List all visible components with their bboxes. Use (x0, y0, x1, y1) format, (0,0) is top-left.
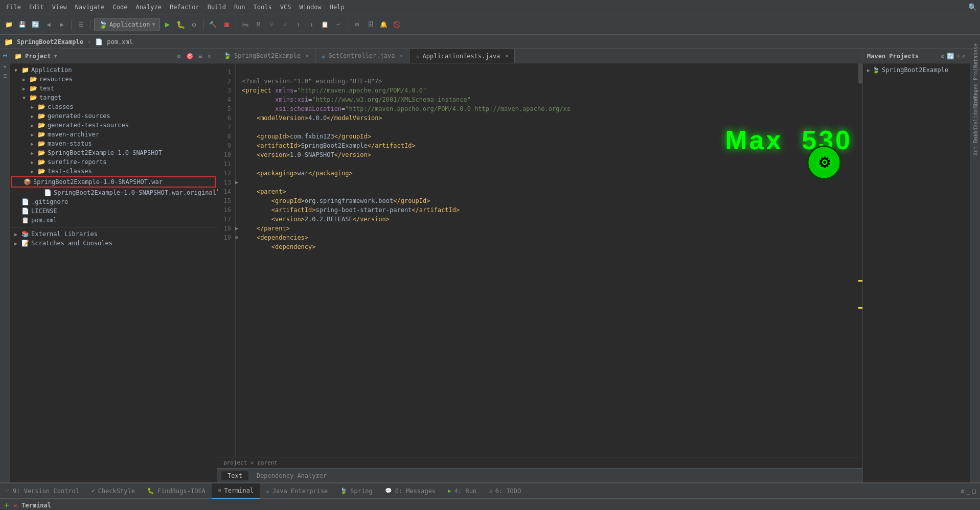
database-icon[interactable]: 🗄 (365, 19, 376, 30)
maven-collapse-icon[interactable]: « (962, 53, 966, 60)
tab-close-getcontroller[interactable]: × (400, 53, 403, 59)
coverage-button[interactable]: ⚙ (189, 19, 200, 30)
tree-item-external-libs[interactable]: ▶ 📚 External Libraries (10, 229, 217, 239)
tab-text[interactable]: Text (221, 471, 248, 480)
tool-tab-run[interactable]: ▶ 4: Run (442, 483, 483, 499)
maven-item-springboot[interactable]: ▶ 🍃 SpringBoot2Example (863, 65, 970, 75)
menu-build[interactable]: Build (203, 3, 230, 12)
ant-icon[interactable]: 🐜 (240, 19, 251, 30)
tab-applicationtests[interactable]: ☕ ApplicationTests.java × (409, 49, 515, 63)
update-icon[interactable]: ↓ (306, 19, 317, 30)
menu-navigate[interactable]: Navigate (71, 3, 109, 12)
menu-window[interactable]: Window (295, 3, 325, 12)
tree-item-snapshot-folder[interactable]: ▶ 📂 SpringBoot2Example-1.0-SNAPSHOT (27, 148, 217, 157)
line-num-12: 12 (219, 169, 231, 178)
tree-arrow-gitignore (14, 199, 19, 205)
back-icon[interactable]: ◀ (43, 19, 54, 30)
tool-tab-version-control[interactable]: ⑂ 9: Version Control (0, 483, 85, 499)
terminal-icon-toolbar[interactable]: ⊞ (352, 19, 363, 30)
menu-tools[interactable]: Tools (249, 3, 276, 12)
editor-scrollbar[interactable] (858, 63, 862, 457)
ant-build-side-icon[interactable]: Ant Build (971, 137, 980, 146)
tab-getcontroller[interactable]: ☕ GetController.java × (315, 49, 409, 63)
tool-tab-todo[interactable]: ☑ 6: TODO (483, 483, 527, 499)
tab-springboot[interactable]: 🍃 SpringBoot2Example × (217, 49, 315, 63)
menu-view[interactable]: View (48, 3, 71, 12)
hide-panel-icon[interactable]: × (206, 52, 213, 60)
tree-item-application[interactable]: ▼ 📁 Application (10, 65, 217, 75)
maven-add-icon[interactable]: + (956, 53, 960, 60)
tab-dependency-analyzer[interactable]: Dependency Analyzer (250, 471, 333, 480)
menu-analyze[interactable]: Analyze (131, 3, 166, 12)
tree-item-classes[interactable]: ▶ 📂 classes (27, 102, 217, 111)
tool-tab-checkstyle[interactable]: ✔ CheckStyle (85, 483, 141, 499)
tree-item-test-classes[interactable]: ▶ 📂 test-classes (27, 167, 217, 176)
tree-item-war-file[interactable]: 📦 SpringBoot2Example-1.0-SNAPSHOT.war (11, 176, 216, 188)
menu-help[interactable]: Help (326, 3, 349, 12)
terminal-settings-icon[interactable]: ⚙ (961, 488, 964, 495)
tool-tab-java-enterprise[interactable]: ☕ Java Enterprise (260, 483, 334, 499)
favorites-icon[interactable]: ★ (1, 61, 10, 71)
tree-item-scratches[interactable]: ▶ 📝 Scratches and Consoles (10, 239, 217, 248)
tree-item-gitignore[interactable]: 📄 .gitignore (10, 197, 217, 206)
open-file-icon[interactable]: 📁 (3, 19, 14, 30)
tab-close-applicationtests[interactable]: × (505, 53, 508, 59)
tool-tab-terminal[interactable]: ⊟ Terminal (212, 483, 260, 499)
debug-button[interactable]: 🐛 (175, 19, 187, 30)
push-icon[interactable]: ↑ (293, 19, 304, 30)
tree-item-resources[interactable]: ▶ 📂 resources (18, 75, 217, 84)
save-icon[interactable]: 💾 (16, 19, 28, 30)
terminal-minimize-icon[interactable]: _ (967, 488, 970, 495)
tree-item-pom[interactable]: 📋 pom.xml (10, 216, 217, 225)
maven-refresh-icon[interactable]: 🔄 (947, 53, 954, 60)
structure-icon[interactable]: ☰ (75, 19, 86, 30)
tree-item-maven-archiver[interactable]: ▶ 📂 maven-archiver (27, 130, 217, 139)
notifications-icon[interactable]: 🔔 (378, 19, 390, 30)
maven-side-icon[interactable]: Maven Projects (971, 73, 980, 82)
terminal-add-icon[interactable]: + (4, 500, 9, 510)
run-button[interactable]: ▶ (162, 19, 173, 30)
maven-settings-icon[interactable]: ⚙ (941, 53, 944, 60)
menu-code[interactable]: Code (109, 3, 132, 12)
no-notifications-icon[interactable]: 🚫 (392, 19, 403, 30)
history-icon[interactable]: 📋 (320, 19, 331, 30)
structure-side-icon[interactable]: ☰ (1, 72, 10, 81)
settings-gear-icon[interactable]: ⚙ (175, 52, 182, 60)
run-config-selector[interactable]: 🍃 Application ▼ (94, 18, 160, 31)
rollback-icon[interactable]: ↩ (333, 19, 344, 30)
tree-item-generated-sources[interactable]: ▶ 📂 generated-sources (27, 111, 217, 121)
terminal-section: ⑂ 9: Version Control ✔ CheckStyle 🐛 Find… (0, 482, 980, 510)
tree-item-target[interactable]: ▼ 📂 target (18, 93, 217, 102)
terminal-close-tab-icon[interactable]: ✕ (13, 501, 17, 509)
menu-refactor[interactable]: Refactor (166, 3, 203, 12)
tool-tab-findbugs[interactable]: 🐛 FindBugs-IDEA (141, 483, 212, 499)
menu-run[interactable]: Run (230, 3, 249, 12)
code-content[interactable]: <?xml version="1.0" encoding="UTF-8"?> <… (236, 63, 858, 457)
tab-close-springboot[interactable]: × (306, 53, 309, 59)
tree-item-maven-status[interactable]: ▶ 📂 maven-status (27, 139, 217, 148)
menu-edit[interactable]: Edit (25, 3, 48, 12)
git-icon[interactable]: ⑂ (266, 19, 278, 30)
forward-icon[interactable]: ▶ (56, 19, 67, 30)
tool-tab-messages[interactable]: 💬 0: Messages (379, 483, 442, 499)
terminal-restore-icon[interactable]: □ (972, 488, 976, 495)
tool-tab-spring[interactable]: 🍃 Spring (334, 483, 378, 499)
tree-item-surefire[interactable]: ▶ 📂 surefire-reports (27, 157, 217, 167)
tree-item-war-original[interactable]: 📄 SpringBoot2Example-1.0-SNAPSHOT.war.or… (35, 188, 217, 197)
stop-icon[interactable]: ⏹ (221, 19, 232, 30)
menu-file[interactable]: File (2, 3, 25, 12)
menu-vcs[interactable]: VCS (276, 3, 295, 12)
build-project-icon[interactable]: 🔨 (208, 19, 219, 30)
maven-icon[interactable]: M (253, 19, 264, 30)
search-everywhere-icon[interactable]: 🔍 (967, 2, 978, 13)
collapse-icon[interactable]: ⊟ (197, 52, 204, 60)
tree-item-test[interactable]: ▶ 📂 test (18, 84, 217, 93)
bean-validation-side-icon[interactable]: Bean Validation (971, 115, 980, 125)
tree-item-generated-test-sources[interactable]: ▶ 📂 generated-test-sources (27, 121, 217, 130)
toolbar-separator (71, 19, 72, 30)
tree-item-license[interactable]: 📄 LICENSE (10, 206, 217, 216)
commit-icon[interactable]: ✓ (280, 19, 291, 30)
project-icon[interactable]: 1 (1, 51, 10, 60)
sync-icon[interactable]: 🔄 (30, 19, 41, 30)
scroll-to-source-icon[interactable]: 🎯 (185, 52, 195, 60)
